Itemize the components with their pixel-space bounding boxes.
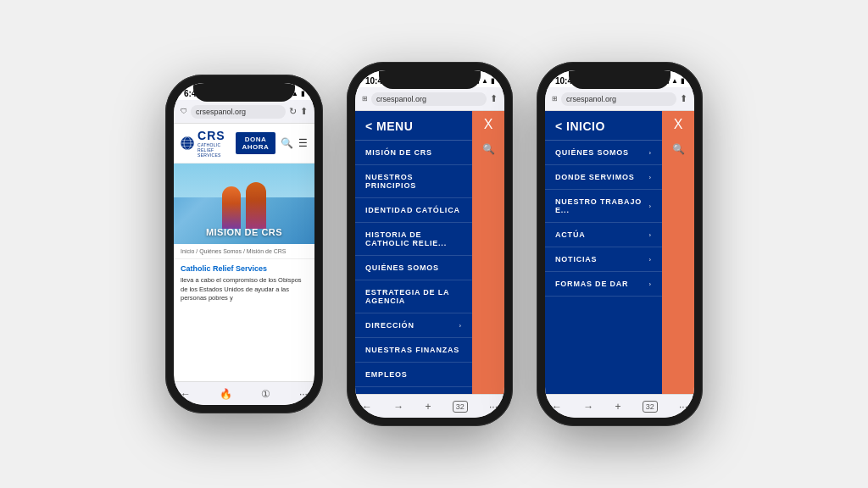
close-button-2[interactable]: X bbox=[484, 118, 493, 131]
menu-header-3: < INICIO bbox=[545, 111, 662, 141]
menu-item-3-0[interactable]: QUIÉNES SOMOS› bbox=[545, 141, 662, 165]
url-box-3[interactable]: crsespanol.org bbox=[561, 92, 676, 106]
url-text-3: crsespanol.org bbox=[566, 95, 616, 103]
more-btn-2[interactable]: ··· bbox=[489, 401, 498, 413]
menu-item-label: QUIÉNES SOMOS bbox=[365, 263, 439, 272]
menu-item-2-2[interactable]: IDENTIDAD CATÓLICA bbox=[355, 198, 472, 223]
menu-item-3-5[interactable]: FORMAS DE DAR› bbox=[545, 272, 662, 297]
url-box-2[interactable]: crsespanol.org bbox=[371, 92, 487, 106]
translate-icon-2: ⊞ bbox=[362, 95, 368, 103]
fire-button[interactable]: 🔥 bbox=[220, 388, 232, 400]
menu-header-label-3: < INICIO bbox=[555, 119, 605, 133]
battery-icon-2: ▮ bbox=[491, 77, 494, 85]
battery-icon: ▮ bbox=[301, 90, 304, 97]
notch-3 bbox=[569, 70, 670, 89]
tab-count-3[interactable]: 32 bbox=[643, 401, 658, 413]
chevron-icon: › bbox=[649, 256, 652, 263]
browser-bar-3[interactable]: ⊞ crsespanol.org ⬆ bbox=[545, 87, 694, 111]
search-icon[interactable]: 🔍 bbox=[281, 137, 293, 149]
battery-icon-3: ▮ bbox=[681, 77, 684, 85]
chevron-icon: › bbox=[459, 322, 462, 330]
menu-item-2-0[interactable]: MISIÓN DE CRS bbox=[355, 141, 472, 165]
menu-item-label: NUESTROS PRINCIPIOS bbox=[365, 173, 462, 190]
menu-item-label: NUESTRO TRABAJO E... bbox=[555, 197, 649, 214]
menu-item-2-9[interactable]: CONTACTO bbox=[355, 387, 472, 394]
menu-item-3-1[interactable]: DONDE SERVIMOS› bbox=[545, 165, 662, 190]
close-button-3[interactable]: X bbox=[674, 118, 683, 131]
share-icon-3[interactable]: ⬆ bbox=[680, 93, 687, 104]
menu-item-label: FORMAS DE DAR bbox=[555, 280, 628, 288]
search-close-icon-2[interactable]: 🔍 bbox=[482, 143, 495, 155]
menu-item-label: IDENTIDAD CATÓLICA bbox=[365, 206, 460, 214]
menu-item-label: DONDE SERVIMOS bbox=[555, 173, 635, 181]
menu-header-label-2: < MENU bbox=[365, 119, 413, 133]
more-button[interactable]: ··· bbox=[299, 388, 308, 400]
menu-item-label: NOTICIAS bbox=[555, 255, 597, 263]
menu-item-3-2[interactable]: NUESTRO TRABAJO E...› bbox=[545, 190, 662, 223]
menu-content-3: < INICIO QUIÉNES SOMOS›DONDE SERVIMOS›NU… bbox=[545, 111, 694, 394]
menu-icon[interactable]: ☰ bbox=[298, 137, 308, 149]
p1-body: Catholic Relief Services lleva a cabo el… bbox=[174, 259, 314, 381]
reload-icon[interactable]: ↻ bbox=[289, 106, 297, 117]
menu-item-label: EMPLEOS bbox=[365, 370, 408, 379]
browser-bar-2[interactable]: ⊞ crsespanol.org ⬆ bbox=[355, 87, 504, 111]
url-text-1: crsespanol.org bbox=[196, 108, 246, 116]
translate-icon-3: ⊞ bbox=[552, 95, 558, 103]
share-icon[interactable]: ⬆ bbox=[300, 106, 308, 117]
browser-bottom-1: ← 🔥 ① ··· bbox=[174, 381, 314, 405]
menu-item-label: MISIÓN DE CRS bbox=[365, 148, 432, 157]
child-figure-1 bbox=[222, 186, 241, 229]
phone-1: 6:43 ▲ ▮ 🛡 crsespanol.org bbox=[165, 75, 323, 413]
phone-1-screen: 6:43 ▲ ▮ 🛡 crsespanol.org bbox=[174, 83, 314, 405]
crs-acronym: CRS bbox=[198, 129, 236, 142]
menu-item-3-3[interactable]: ACTÚA› bbox=[545, 223, 662, 247]
menu-item-label: QUIÉNES SOMOS bbox=[555, 148, 629, 157]
child-figure-2 bbox=[246, 182, 266, 229]
back-btn-2[interactable]: ← bbox=[362, 401, 372, 413]
add-btn-3[interactable]: + bbox=[615, 401, 620, 413]
menu-item-2-3[interactable]: HISTORIA DE CATHOLIC RELIE... bbox=[355, 223, 472, 256]
tab-count[interactable]: ① bbox=[261, 388, 270, 400]
crs-header: CRS CATHOLIC RELIEF SERVICES DONA AHORA … bbox=[174, 124, 314, 164]
back-btn-3[interactable]: ← bbox=[552, 401, 562, 413]
menu-item-2-5[interactable]: ESTRATEGIA DE LA AGENCIA bbox=[355, 280, 472, 313]
donate-button[interactable]: DONA AHORA bbox=[236, 132, 276, 154]
chevron-icon: › bbox=[649, 231, 652, 239]
browser-bar-1[interactable]: 🛡 crsespanol.org ↻ ⬆ bbox=[174, 100, 314, 124]
url-box-1[interactable]: crsespanol.org bbox=[191, 105, 286, 119]
forward-btn-2[interactable]: → bbox=[393, 401, 403, 413]
menu-item-label: ACTÚA bbox=[555, 230, 586, 239]
menu-item-label: DIRECCIÓN bbox=[365, 321, 415, 330]
menu-item-label: HISTORIA DE CATHOLIC RELIE... bbox=[365, 230, 462, 247]
notch-2 bbox=[379, 70, 481, 89]
crs-logo-text: CRS CATHOLIC RELIEF SERVICES bbox=[198, 129, 236, 158]
menu-item-2-7[interactable]: NUESTRAS FINANZAS bbox=[355, 338, 472, 363]
back-button[interactable]: ← bbox=[181, 388, 191, 400]
menu-close-panel-3: X 🔍 bbox=[662, 111, 694, 394]
hero-image: MISIÓN DE CRS bbox=[174, 164, 314, 244]
more-btn-3[interactable]: ··· bbox=[679, 401, 687, 413]
tab-count-2[interactable]: 32 bbox=[453, 401, 468, 413]
header-icons: DONA AHORA 🔍 ☰ bbox=[236, 132, 309, 154]
forward-btn-3[interactable]: → bbox=[583, 401, 593, 413]
crs-full-name: CATHOLIC RELIEF SERVICES bbox=[198, 142, 236, 158]
menu-item-label: NUESTRAS FINANZAS bbox=[365, 346, 459, 354]
menu-item-2-6[interactable]: DIRECCIÓN› bbox=[355, 313, 472, 338]
add-btn-2[interactable]: + bbox=[425, 401, 431, 413]
scene: 6:43 ▲ ▮ 🛡 crsespanol.org bbox=[0, 0, 868, 488]
search-close-icon-3[interactable]: 🔍 bbox=[672, 143, 685, 155]
share-icon-2[interactable]: ⬆ bbox=[490, 93, 498, 104]
globe-icon bbox=[181, 131, 194, 155]
shield-icon: 🛡 bbox=[181, 108, 187, 115]
menu-item-2-1[interactable]: NUESTROS PRINCIPIOS bbox=[355, 165, 472, 198]
menu-close-panel-2: X 🔍 bbox=[472, 111, 504, 394]
menu-item-3-4[interactable]: NOTICIAS› bbox=[545, 247, 662, 272]
menu-item-2-4[interactable]: QUIÉNES SOMOS bbox=[355, 256, 472, 280]
menu-items-list-2: MISIÓN DE CRSNUESTROS PRINCIPIOSIDENTIDA… bbox=[355, 141, 472, 394]
phone-2: 10:45 ▲ ▮ ⊞ crsespanol.org ⬆ bbox=[347, 62, 513, 426]
menu-panel-2: < MENU MISIÓN DE CRSNUESTROS PRINCIPIOSI… bbox=[355, 111, 472, 394]
chevron-icon: › bbox=[649, 174, 652, 181]
menu-panel-3: < INICIO QUIÉNES SOMOS›DONDE SERVIMOS›NU… bbox=[545, 111, 662, 394]
menu-item-label: ESTRATEGIA DE LA AGENCIA bbox=[365, 288, 462, 305]
menu-item-2-8[interactable]: EMPLEOS bbox=[355, 363, 472, 387]
